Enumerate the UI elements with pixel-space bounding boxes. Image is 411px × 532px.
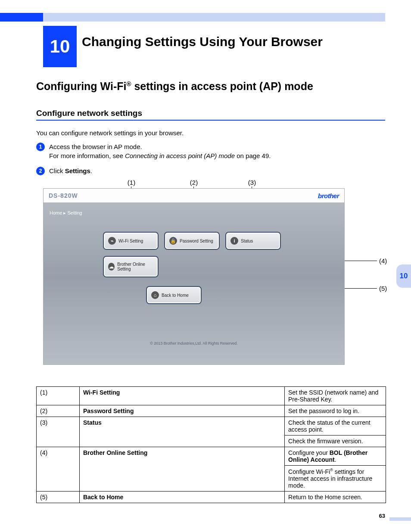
side-chapter-tab: 10 [396, 264, 411, 288]
h1-post: settings in access point (AP) mode [131, 80, 313, 92]
step-2-post: . [90, 167, 92, 174]
cell-desc: Set the password to log in. [285, 405, 386, 417]
chapter-number-tab: 10 [43, 26, 77, 67]
screenshot-panel: DS-820W brother Home ▸ Setting ⌁ Wi-Fi S… [43, 188, 345, 365]
header-light-bar [43, 13, 385, 22]
lock-icon: 🔒 [169, 237, 177, 245]
callout-label-2: (2) [187, 179, 200, 186]
brother-online-setting-label: Brother Online Setting [117, 262, 153, 271]
step-2-bold: Settings [65, 167, 90, 174]
cell-desc: Check the status of the current access p… [285, 417, 386, 436]
cell-desc: Configure your BOL (Brother Online) Acco… [285, 447, 386, 466]
desc-pre: Configure Wi-Fi [288, 468, 330, 475]
registered-mark: ® [126, 80, 131, 87]
brand-logo: brother [318, 192, 339, 199]
page-number-bar [389, 517, 411, 521]
home-icon: ⌂ [151, 291, 159, 299]
h1-pre: Configuring Wi-Fi [36, 80, 126, 92]
cell-name: Brother Online Setting [79, 447, 284, 492]
registered-mark: ® [330, 468, 333, 472]
brother-online-setting-button[interactable]: ☁ Brother Online Setting [104, 257, 158, 277]
back-to-home-button[interactable]: ⌂ Back to Home [147, 287, 201, 303]
callout-label-4: (4) [379, 257, 392, 264]
wifi-icon: ⌁ [108, 237, 116, 245]
cloud-icon: ☁ [108, 263, 115, 271]
cell-num: (4) [37, 447, 80, 492]
callout-label-3: (3) [246, 179, 258, 186]
step-1: 1 Access the browser in AP mode. For mor… [36, 142, 271, 160]
screenshot-figure: (1) (2) (3) (4) (5) DS-820W brother Home… [43, 179, 386, 368]
cell-name: Wi-Fi Setting [79, 387, 284, 405]
section-heading-1: Configuring Wi-Fi® settings in access po… [36, 80, 313, 93]
status-button[interactable]: i Status [226, 233, 280, 249]
cell-num: (1) [37, 387, 80, 405]
chapter-title: Changing Settings Using Your Browser [82, 34, 323, 49]
cell-num: (3) [37, 417, 80, 447]
wifi-setting-button[interactable]: ⌁ Wi-Fi Setting [104, 233, 158, 249]
step-1-line2a: For more information, see [49, 152, 125, 159]
desc-pre: Configure your [288, 449, 330, 456]
device-model: DS-820W [49, 192, 78, 199]
intro-text: You can configure network settings in yo… [36, 129, 184, 137]
cell-name: Status [79, 417, 284, 447]
cell-num: (5) [37, 491, 80, 503]
callout-label-1: (1) [125, 179, 138, 186]
status-label: Status [241, 239, 253, 243]
callout-description-table: (1) Wi-Fi Setting Set the SSID (network … [36, 386, 386, 503]
cell-desc: Set the SSID (network name) and Pre-Shar… [285, 387, 386, 405]
cell-desc: Configure Wi-Fi® settings for Internet a… [285, 466, 386, 492]
step-1-line2c: on page 49. [235, 152, 271, 159]
step-bullet-1: 1 [36, 143, 45, 151]
step-bullet-2: 2 [36, 167, 45, 175]
table-row: (1) Wi-Fi Setting Set the SSID (network … [37, 387, 386, 405]
table-row: (3) Status Check the status of the curre… [37, 417, 386, 436]
wifi-setting-label: Wi-Fi Setting [118, 239, 143, 243]
step-2: 2 Click Settings. [36, 166, 92, 175]
back-to-home-label: Back to Home [162, 293, 189, 298]
info-icon: i [230, 237, 238, 245]
table-row: (4) Brother Online Setting Configure you… [37, 447, 386, 466]
page-number: 63 [379, 513, 385, 519]
cell-num: (2) [37, 405, 80, 417]
callout-label-5: (5) [379, 285, 392, 292]
desc-post: . [335, 456, 336, 463]
cell-desc: Check the firmware version. [285, 436, 386, 447]
header-accent-bar [0, 13, 43, 22]
step-1-line1: Access the browser in AP mode. [49, 143, 142, 150]
cell-desc: Return to the Home screen. [285, 491, 386, 503]
screenshot-header: DS-820W brother [44, 189, 344, 202]
table-row: (2) Password Setting Set the password to… [37, 405, 386, 417]
step-2-pre: Click [49, 167, 65, 174]
cell-name: Password Setting [79, 405, 284, 417]
step-1-xref: Connecting in access point (AP) mode [125, 152, 235, 159]
breadcrumb: Home ▸ Setting [50, 210, 82, 216]
section-heading-2: Configure network settings [36, 109, 385, 121]
cell-name: Back to Home [79, 491, 284, 503]
table-row: (5) Back to Home Return to the Home scre… [37, 491, 386, 503]
password-setting-label: Password Setting [180, 239, 213, 243]
password-setting-button[interactable]: 🔒 Password Setting [165, 233, 219, 249]
copyright-text: © 2013 Brother Industries,Ltd. All Right… [44, 341, 344, 345]
